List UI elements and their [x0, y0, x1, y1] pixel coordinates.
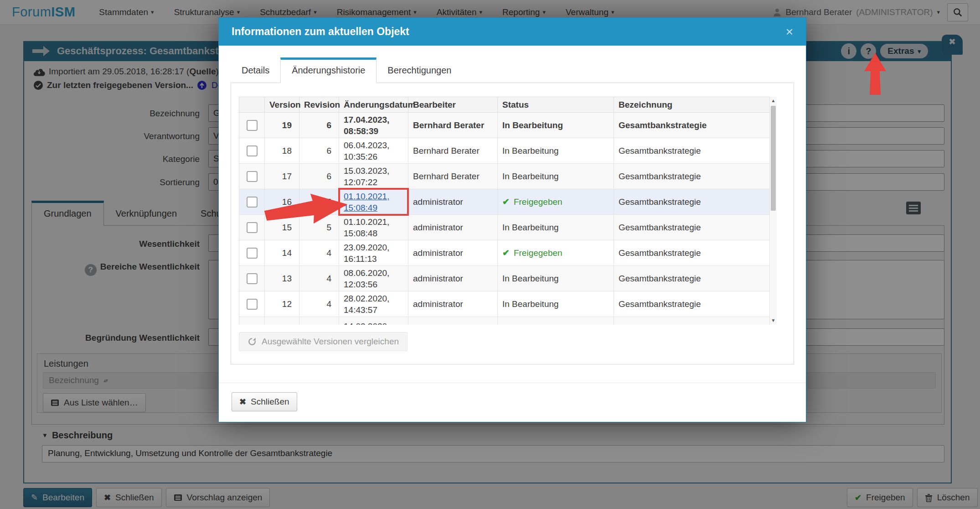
scrollbar-thumb[interactable] [771, 106, 776, 211]
history-row[interactable]: 18606.04.2023,10:35:26Bernhard BeraterIn… [239, 138, 770, 164]
col-revision: Revision [299, 97, 339, 113]
row-select-checkbox[interactable] [247, 171, 258, 182]
history-row[interactable]: 17615.03.2023,12:07:22Bernhard BeraterIn… [239, 164, 770, 189]
history-row[interactable]: 19617.04.2023,08:58:39Bernhard BeraterIn… [239, 113, 770, 138]
version-date: 01.10.2021,15:08:48 [344, 216, 403, 239]
history-row[interactable]: 12428.02.2020,14:43:57administratorIn Be… [239, 291, 770, 317]
row-select-checkbox[interactable] [247, 273, 258, 284]
version-date: 08.06.2020,12:03:56 [344, 267, 403, 290]
modal-tab[interactable]: Berechtigungen [377, 58, 462, 83]
row-select-checkbox[interactable] [247, 222, 258, 233]
version-date: 23.09.2020,16:11:13 [344, 242, 403, 265]
modal-close-button[interactable]: ✖Schließen [232, 392, 297, 411]
col-checkbox [239, 97, 265, 113]
close-icon: ✖ [239, 397, 246, 407]
history-row[interactable]: 13408.06.2020,12:03:56administratorIn Be… [239, 266, 770, 291]
row-select-checkbox[interactable] [247, 197, 258, 208]
check-icon: ✔ [502, 197, 510, 207]
refresh-icon [248, 337, 257, 346]
scroll-up-icon[interactable]: ▲ [770, 98, 777, 104]
row-select-checkbox[interactable] [247, 145, 258, 156]
history-row-partial[interactable]: 14.02.2020, [239, 317, 770, 325]
scroll-down-icon[interactable]: ▼ [770, 317, 777, 324]
red-arrow-annotation [864, 53, 886, 95]
compare-versions-button[interactable]: Ausgewählte Versionen vergleichen [239, 332, 407, 351]
version-date: 14.02.2020, [344, 321, 403, 325]
version-date: 15.03.2023,12:07:22 [344, 165, 403, 188]
modal-tab[interactable]: Details [231, 58, 280, 83]
row-select-checkbox[interactable] [247, 248, 258, 259]
history-header-row: Version Revision Änderungsdatum Bearbeit… [239, 97, 770, 113]
modal-close-icon[interactable]: × [786, 25, 793, 39]
row-select-checkbox[interactable] [247, 120, 258, 131]
modal-tab[interactable]: Änderungshistorie [280, 57, 377, 83]
check-icon: ✔ [502, 248, 510, 258]
modal-footer: ✖Schließen [219, 383, 806, 422]
history-row[interactable]: 14423.09.2020,16:11:13administrator✔Frei… [239, 240, 770, 266]
modal-header: Informationen zum aktuellen Objekt × [219, 18, 806, 46]
version-date: 28.02.2020,14:43:57 [344, 293, 403, 316]
col-name: Bezeichnung [614, 97, 770, 113]
version-date-link[interactable]: 01.10.2021,15:08:49 [344, 191, 389, 213]
col-editor: Bearbeiter [408, 97, 498, 113]
modal-title: Informationen zum aktuellen Objekt [232, 26, 409, 38]
col-status: Status [498, 97, 614, 113]
version-date: 17.04.2023,08:58:39 [344, 114, 403, 137]
screenshot-root: ForumISM Stammdaten▾Strukturanalyse▾Schu… [0, 0, 980, 509]
row-select-checkbox[interactable] [247, 299, 258, 310]
modal-tabs: DetailsÄnderungshistorieBerechtigungen [231, 57, 794, 83]
col-date: Änderungsdatum [339, 97, 408, 113]
table-scrollbar[interactable]: ▲ ▼ [769, 97, 777, 325]
info-modal: Informationen zum aktuellen Objekt × Det… [218, 17, 806, 422]
version-date: 06.04.2023,10:35:26 [344, 140, 403, 162]
col-version: Version [265, 97, 299, 113]
